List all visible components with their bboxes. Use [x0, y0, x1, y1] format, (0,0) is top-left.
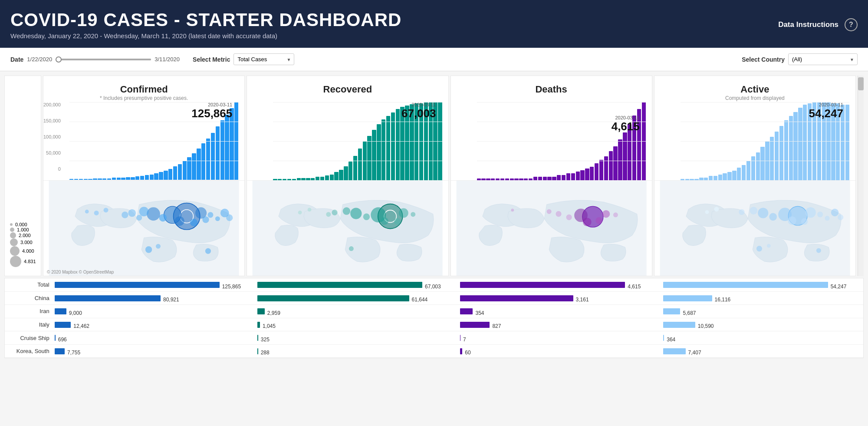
active-bar-cell: 7,407: [661, 344, 863, 358]
bar: [367, 136, 371, 180]
deaths-bar-chart: 2020-03-11 4,615: [451, 102, 652, 180]
bar: [718, 175, 722, 180]
date-slider[interactable]: [56, 59, 151, 60]
active-bar-value: 16,116: [712, 297, 731, 303]
deaths-table-bar: [460, 282, 625, 288]
active-table-bar: [663, 295, 712, 301]
active-map: [654, 180, 855, 276]
map-credit-confirmed: © 2020 Mapbox © OpenStreetMap: [47, 270, 114, 274]
data-instructions-link[interactable]: Data Instructions: [778, 20, 838, 29]
bar: [732, 171, 736, 181]
metric-select-wrapper: Total Cases New Cases Death Rate: [233, 53, 294, 65]
recovered-map: [247, 180, 448, 276]
active-column: Active Computed from displayed 2020-03-1…: [654, 76, 856, 276]
svg-point-49: [613, 212, 618, 217]
table-row: Iran9,0002,9593545,687: [5, 305, 863, 318]
legend-label: 0.000: [15, 222, 27, 227]
dashboard-header: COVID-19 CASES - STARTER DASHBOARD Wedne…: [0, 0, 868, 48]
bar: [727, 172, 731, 180]
bar: [562, 175, 566, 180]
country-select[interactable]: (All) China Iran Italy Korea, South: [788, 53, 858, 65]
svg-point-69: [816, 248, 821, 253]
confirmed-bar-chart: 200,000 150,000 100,000 50,000 0 2020-03…: [43, 102, 244, 180]
active-table-bar: [663, 348, 686, 354]
date-label: Date: [10, 56, 23, 63]
svg-point-13: [128, 209, 136, 217]
deaths-bar-cell: 60: [457, 344, 660, 358]
active-bar-value: 5,687: [680, 310, 696, 316]
active-bar-value: 54,247: [828, 284, 847, 290]
svg-point-64: [838, 215, 843, 220]
summary-table: Total125,86567,0034,61554,247China80,921…: [5, 278, 863, 358]
active-bar-value: 10,590: [695, 323, 714, 329]
active-table-bar: [663, 322, 695, 328]
bar: [325, 175, 329, 180]
bar: [192, 153, 196, 180]
confirmed-y-axis: 200,000 150,000 100,000 50,000 0: [43, 102, 62, 172]
deaths-value: 4,615: [612, 120, 640, 133]
scroll-indicator[interactable]: [858, 76, 864, 276]
bar: [604, 156, 608, 180]
bar: [372, 130, 376, 180]
deaths-table-bar: [460, 308, 473, 314]
bar: [140, 176, 144, 180]
active-bar-cell: 5,687: [661, 305, 863, 318]
confirmed-bar-value: 9,000: [66, 310, 82, 316]
bar: [746, 161, 750, 180]
bar: [154, 173, 158, 180]
recovered-bar-value: 1,045: [260, 323, 276, 329]
svg-point-57: [769, 213, 777, 221]
confirmed-table-bar: [55, 295, 161, 301]
bar: [770, 137, 774, 180]
deaths-bars: [477, 102, 646, 180]
bar: [216, 126, 220, 180]
deaths-bar-value: 354: [473, 310, 484, 316]
bar: [150, 175, 154, 180]
bar: [765, 141, 769, 180]
bar: [320, 177, 324, 180]
help-button[interactable]: ?: [845, 18, 858, 31]
svg-point-33: [350, 208, 362, 219]
bar: [211, 133, 215, 180]
deaths-bar-cell: 827: [457, 318, 660, 331]
bar: [197, 149, 201, 180]
svg-point-6: [190, 219, 198, 227]
bar: [742, 165, 746, 180]
svg-point-55: [788, 216, 796, 225]
active-bar-cell: 10,590: [661, 318, 863, 331]
bar: [386, 116, 390, 180]
svg-point-61: [750, 207, 757, 215]
bar: [793, 112, 797, 181]
active-subtitle: Computed from displayed: [654, 95, 855, 101]
active-title: Active: [654, 80, 855, 95]
slider-thumb-start[interactable]: [56, 56, 62, 63]
svg-point-9: [215, 216, 220, 221]
bar: [779, 126, 783, 180]
svg-point-8: [207, 212, 213, 218]
legend-label: 4.831: [24, 259, 36, 264]
legend-label: 3.000: [20, 240, 33, 245]
svg-point-18: [104, 208, 108, 212]
svg-point-11: [147, 207, 160, 221]
bar: [363, 142, 367, 180]
bar: [225, 115, 229, 180]
recovered-bar-cell: 288: [255, 344, 457, 358]
bar: [206, 139, 210, 180]
legend-circle: [10, 232, 16, 238]
scroll-thumb[interactable]: [858, 77, 864, 90]
main-content: 0.0001.0002.0003.0004.0004.831 Confirmed…: [0, 71, 868, 358]
svg-point-19: [94, 211, 99, 215]
bar: [585, 168, 589, 180]
svg-point-50: [511, 209, 514, 212]
svg-point-15: [122, 211, 128, 218]
bar: [131, 177, 135, 180]
recovered-bar-value: 61,644: [409, 297, 428, 303]
date-end: 3/11/2020: [155, 56, 180, 63]
confirmed-map: © 2020 Mapbox © OpenStreetMap: [43, 180, 244, 276]
header-left: COVID-19 CASES - STARTER DASHBOARD Wedne…: [10, 10, 401, 39]
active-bar-value: 7,407: [686, 350, 701, 356]
svg-point-60: [758, 208, 768, 218]
metric-select[interactable]: Total Cases New Cases Death Rate: [233, 53, 294, 65]
svg-point-31: [363, 214, 370, 220]
bar: [723, 173, 727, 180]
